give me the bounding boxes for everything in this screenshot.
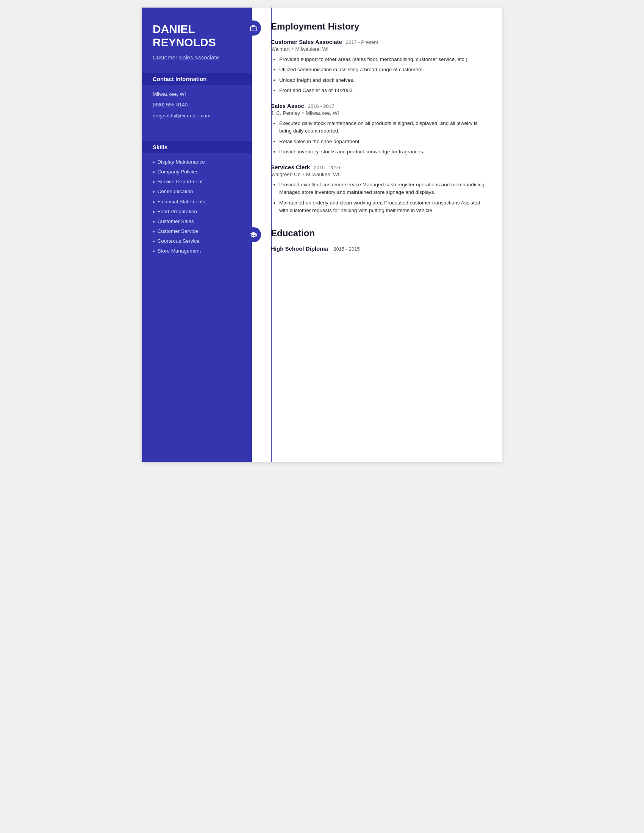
- company-sep: •: [302, 110, 304, 116]
- edu-dates: 2015 - 2015: [333, 246, 359, 252]
- skill-item: •Courteous Service: [153, 238, 242, 245]
- contact-phone: (630) 555-8140: [153, 101, 242, 109]
- candidate-name: DANIEL REYNOLDS: [153, 23, 242, 49]
- skill-item: •Store Management: [153, 248, 242, 255]
- job-block: Customer Sales Associate2017 - PresentWa…: [271, 39, 486, 94]
- job-bullets: Provided excellent customer service Mana…: [271, 181, 486, 214]
- job-company: Walgreen Co•Milwaukee, WI: [271, 172, 486, 177]
- job-company: J. C. Penney•Milwaukee, WI: [271, 110, 486, 116]
- education-icon: [246, 227, 261, 242]
- skill-bullet: •: [153, 188, 155, 195]
- employment-section: Employment History Customer Sales Associ…: [271, 21, 486, 214]
- skill-bullet: •: [153, 238, 155, 245]
- skill-bullet: •: [153, 198, 155, 206]
- job-bullets: Provided support to other areas (sales f…: [271, 56, 486, 94]
- skill-label: Service Department: [158, 178, 203, 185]
- candidate-title: Customer Sales Associate: [153, 53, 242, 61]
- job-title: Services Clerk: [271, 164, 310, 170]
- skill-item: •Company Policies: [153, 169, 242, 176]
- job-header: Services Clerk2015 - 2016: [271, 164, 486, 170]
- sidebar: DANIEL REYNOLDS Customer Sales Associate…: [142, 8, 252, 462]
- skill-label: Customer Service: [158, 228, 198, 235]
- contact-city: Milwaukee, WI: [153, 90, 242, 98]
- bullet-item: Unload freight and stock shelves.: [279, 77, 486, 84]
- bullet-item: Retail sales in the shoe department.: [279, 138, 486, 145]
- skill-bullet: •: [153, 208, 155, 215]
- bullet-item: Executed daily stock maintenance on all …: [279, 120, 486, 135]
- contact-section: Contact Information Milwaukee, WI (630) …: [153, 73, 242, 123]
- job-header: Customer Sales Associate2017 - Present: [271, 39, 486, 45]
- employment-title: Employment History: [271, 21, 486, 32]
- bullet-item: Front end Cashier as of 11/2003.: [279, 87, 486, 94]
- bullet-item: Provided support to other areas (sales f…: [279, 56, 486, 63]
- skill-item: •Display Maintenance: [153, 159, 242, 166]
- bullet-item: Utilized communication in assisting a br…: [279, 66, 486, 74]
- resume-document: DANIEL REYNOLDS Customer Sales Associate…: [142, 8, 502, 462]
- employment-icon: [246, 21, 261, 35]
- skill-bullet: •: [153, 218, 155, 225]
- skill-label: Customer Sales: [158, 218, 194, 225]
- skill-item: •Financial Statements: [153, 198, 242, 206]
- skill-label: Store Management: [158, 248, 201, 255]
- skill-label: Display Maintenance: [158, 159, 205, 166]
- contact-header: Contact Information: [142, 73, 252, 85]
- bullet-item: Maintained an orderly and clean working …: [279, 199, 486, 215]
- skills-list: •Display Maintenance•Company Policies•Se…: [153, 159, 242, 255]
- skill-bullet: •: [153, 169, 155, 176]
- skill-item: •Communication: [153, 188, 242, 195]
- briefcase-svg: [250, 24, 257, 32]
- education-entry: High School Diploma 2015 - 2015: [271, 245, 486, 252]
- graduation-svg: [250, 231, 257, 238]
- bullet-item: Provide inventory, stocks and product kn…: [279, 148, 486, 156]
- job-dates: 2016 - 2017: [308, 103, 334, 109]
- job-bullets: Executed daily stock maintenance on all …: [271, 120, 486, 156]
- skills-header: Skills: [142, 141, 252, 153]
- skill-item: •Customer Sales: [153, 218, 242, 225]
- skill-item: •Food Preparation: [153, 208, 242, 215]
- skill-label: Communication: [158, 188, 193, 195]
- contact-email: dreynolds@example.com: [153, 112, 242, 120]
- skill-bullet: •: [153, 159, 155, 166]
- skill-item: •Service Department: [153, 178, 242, 185]
- skill-label: Courteous Service: [158, 238, 200, 245]
- main-content: Employment History Customer Sales Associ…: [252, 8, 502, 462]
- job-company: Walmart•Milwaukee, WI: [271, 46, 486, 52]
- edu-degree: High School Diploma: [271, 245, 328, 252]
- job-dates: 2017 - Present: [346, 39, 378, 45]
- skill-item: •Customer Service: [153, 228, 242, 235]
- company-sep: •: [292, 46, 294, 52]
- skill-label: Financial Statements: [158, 198, 205, 206]
- job-title: Sales Assoc: [271, 103, 304, 109]
- education-section: Education High School Diploma 2015 - 201…: [271, 228, 486, 252]
- job-header: Sales Assoc2016 - 2017: [271, 103, 486, 109]
- jobs-list: Customer Sales Associate2017 - PresentWa…: [271, 39, 486, 214]
- job-title: Customer Sales Associate: [271, 39, 342, 45]
- skill-bullet: •: [153, 228, 155, 235]
- skill-bullet: •: [153, 248, 155, 255]
- education-title: Education: [271, 228, 486, 238]
- job-block: Services Clerk2015 - 2016Walgreen Co•Mil…: [271, 164, 486, 214]
- skill-bullet: •: [153, 178, 155, 185]
- skill-label: Food Preparation: [158, 208, 197, 215]
- job-dates: 2015 - 2016: [314, 165, 340, 170]
- skills-section: Skills •Display Maintenance•Company Poli…: [153, 141, 242, 258]
- bullet-item: Provided excellent customer service Mana…: [279, 181, 486, 196]
- skill-label: Company Policies: [158, 169, 198, 176]
- job-block: Sales Assoc2016 - 2017J. C. Penney•Milwa…: [271, 103, 486, 156]
- company-sep: •: [302, 172, 304, 177]
